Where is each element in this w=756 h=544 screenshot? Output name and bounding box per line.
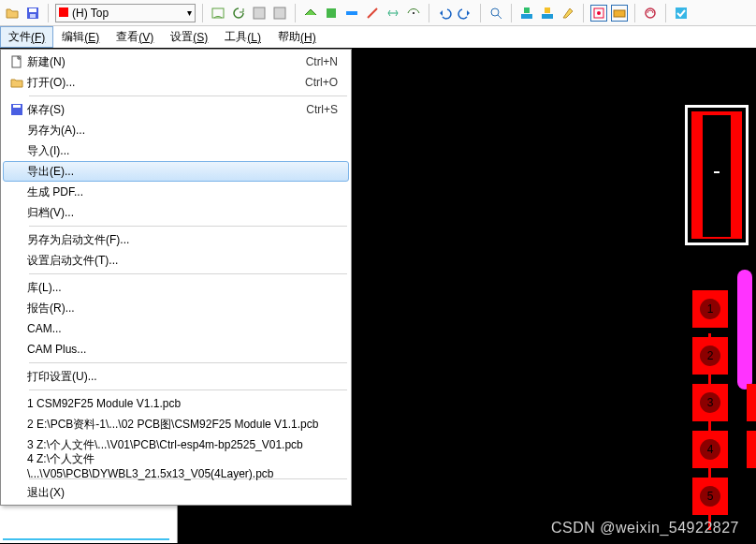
- menu-separator: [29, 226, 347, 227]
- tool-icon[interactable]: [518, 5, 535, 22]
- tool-icon[interactable]: [539, 5, 556, 22]
- tool-icon[interactable]: [673, 5, 690, 22]
- tool-icon[interactable]: [364, 5, 381, 22]
- save-icon: [10, 103, 23, 116]
- toolbar-separator: [480, 4, 481, 22]
- menu-separator: [29, 96, 347, 96]
- menu-item-cam[interactable]: CAM...: [3, 318, 349, 339]
- menu-view[interactable]: 查看(V): [108, 26, 162, 48]
- menu-item-label: CAM...: [27, 322, 338, 335]
- svg-rect-1: [29, 8, 36, 12]
- menu-tools[interactable]: 工具(L): [216, 26, 269, 48]
- tool-icon[interactable]: [642, 5, 659, 22]
- svg-point-15: [597, 11, 601, 15]
- tool-icon[interactable]: [343, 5, 360, 22]
- tool-icon[interactable]: [302, 5, 319, 22]
- pad-2[interactable]: 2: [692, 337, 728, 375]
- pin1-marker: [714, 171, 720, 173]
- tool-icon[interactable]: [560, 5, 576, 22]
- menu-setup[interactable]: 设置(S): [162, 26, 216, 48]
- menu-item-set-startup[interactable]: 设置启动文件(T)...: [3, 250, 349, 271]
- menu-item-open[interactable]: 打开(O)...Ctrl+O: [3, 72, 349, 93]
- menu-help[interactable]: 帮助(H): [269, 26, 325, 48]
- pad-number: 5: [700, 486, 720, 507]
- open-icon[interactable]: [4, 5, 21, 22]
- menu-item-label: 报告(R)...: [27, 301, 338, 316]
- tool-icon[interactable]: [590, 5, 607, 22]
- menu-item-report[interactable]: 报告(R)...: [3, 298, 349, 318]
- zoom-icon[interactable]: [487, 5, 504, 22]
- menu-label: 编辑: [62, 29, 84, 45]
- menu-item-save[interactable]: 保存(S)Ctrl+S: [3, 99, 349, 120]
- svg-rect-6: [327, 8, 336, 18]
- menu-item-label: 4 Z:\个人文件\...\V05\PCB\DYWBL3_21.5x13_V05…: [27, 451, 338, 480]
- svg-rect-4: [254, 7, 265, 19]
- svg-rect-21: [13, 105, 21, 108]
- new-file-icon: [10, 55, 23, 68]
- refresh-icon[interactable]: [230, 5, 247, 22]
- menu-item-library[interactable]: 库(L)...: [3, 277, 349, 298]
- menu-item-recent-1[interactable]: 1 CSM92F25 Module V1.1.pcb: [3, 393, 349, 414]
- tool-icon[interactable]: [405, 5, 422, 22]
- menu-label: 帮助: [278, 29, 300, 45]
- pad-number: 1: [700, 299, 720, 319]
- menu-accel: (L): [247, 31, 261, 44]
- menu-item-label: 设置启动文件(T)...: [27, 253, 338, 269]
- menu-item-gen-pdf[interactable]: 生成 PDF...: [3, 182, 349, 202]
- menu-item-new[interactable]: 新建(N)Ctrl+N: [3, 51, 349, 72]
- menu-accel: (F): [31, 31, 45, 44]
- menu-item-recent-4[interactable]: 4 Z:\个人文件\...\V05\PCB\DYWBL3_21.5x13_V05…: [3, 455, 349, 476]
- menu-item-recent-2[interactable]: 2 E:\PCB资料-1\...\02 PCB图\CSM92F25 Module…: [3, 414, 349, 434]
- menu-item-label: 导出(E)...: [27, 164, 338, 180]
- menu-item-save-startup[interactable]: 另存为启动文件(F)...: [3, 229, 349, 250]
- toolbar-separator: [634, 4, 635, 22]
- chevron-down-icon: ▾: [187, 7, 192, 18]
- toolbar-separator: [583, 4, 584, 22]
- pad-5[interactable]: 5: [692, 478, 728, 515]
- tool-icon[interactable]: [323, 5, 340, 22]
- pad-3[interactable]: 3: [692, 384, 728, 421]
- menu-item-export[interactable]: 导出(E)...: [3, 161, 349, 182]
- pad-4[interactable]: 4: [692, 431, 728, 468]
- main-toolbar: (H) Top ▾: [0, 0, 756, 26]
- toolbar-separator: [665, 4, 666, 22]
- menu-shortcut: Ctrl+N: [306, 55, 338, 68]
- menu-item-cam-plus[interactable]: CAM Plus...: [3, 339, 349, 360]
- menu-item-import[interactable]: 导入(I)...: [3, 140, 349, 161]
- layer-label: (H) Top: [72, 7, 109, 20]
- svg-rect-12: [542, 14, 553, 19]
- pad-edge: [747, 431, 756, 468]
- menu-edit[interactable]: 编辑(E): [53, 26, 108, 48]
- menu-shortcut: Ctrl+S: [306, 103, 338, 116]
- menu-label: 设置: [170, 29, 193, 45]
- svg-rect-11: [524, 7, 530, 13]
- pad-1[interactable]: 1: [692, 290, 728, 328]
- menu-label: 工具: [225, 29, 247, 45]
- menu-item-archive[interactable]: 归档(V)...: [3, 202, 349, 223]
- tool-icon[interactable]: [385, 5, 401, 22]
- component-slot: [703, 115, 731, 237]
- menu-item-label: 归档(V)...: [27, 205, 338, 221]
- menu-item-print[interactable]: 打印设置(U)...: [3, 366, 349, 387]
- menu-item-exit[interactable]: 退出(X): [3, 482, 349, 503]
- menu-item-save-as[interactable]: 另存为(A)...: [3, 120, 349, 140]
- redo-icon[interactable]: [457, 5, 473, 22]
- tool-icon[interactable]: [251, 5, 268, 22]
- tool-icon[interactable]: [611, 5, 628, 22]
- tool-icon[interactable]: [271, 5, 288, 22]
- menu-item-label: 库(L)...: [27, 280, 338, 296]
- menu-accel: (E): [84, 31, 99, 44]
- menu-item-label: 打开(O)...: [27, 75, 305, 91]
- toolbar-separator: [202, 4, 203, 22]
- save-icon[interactable]: [24, 5, 41, 22]
- undo-icon[interactable]: [436, 5, 453, 22]
- svg-rect-2: [30, 14, 36, 18]
- svg-rect-13: [545, 7, 550, 13]
- menu-file[interactable]: 文件(F): [0, 26, 53, 48]
- layer-dropdown[interactable]: (H) Top ▾: [55, 4, 196, 22]
- menu-item-label: 新建(N): [27, 54, 306, 70]
- menu-label: 查看: [116, 29, 138, 45]
- menu-item-label: 退出(X): [27, 485, 338, 501]
- menu-item-label: 保存(S): [27, 102, 306, 118]
- tool-icon[interactable]: [210, 5, 226, 22]
